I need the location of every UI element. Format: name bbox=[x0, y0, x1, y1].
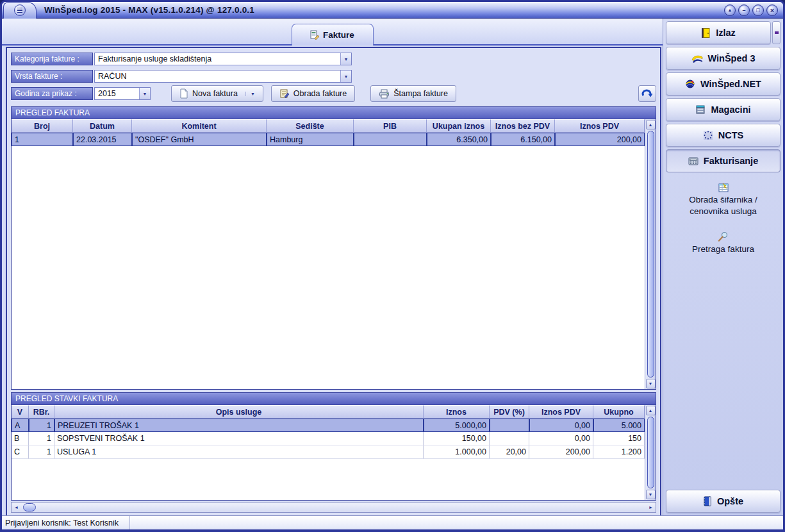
nova-faktura-label: Nova faktura bbox=[192, 89, 238, 98]
item-row[interactable]: A 1 PREUZETI TROŠAK 1 5.000,00 0,00 5.00… bbox=[12, 419, 645, 432]
stampa-fakture-button[interactable]: Štampa fakture bbox=[370, 85, 456, 102]
col-header[interactable]: Iznos PDV bbox=[529, 405, 593, 419]
scroll-up-icon[interactable]: ▲ bbox=[646, 406, 656, 415]
table-cell: 0,00 bbox=[529, 419, 593, 432]
godina-value: 2015 bbox=[95, 89, 139, 98]
sidebar-item-winsped3[interactable]: WinŠped 3 bbox=[666, 47, 781, 70]
sidebar-item-label: NCTS bbox=[718, 130, 743, 140]
scrollbar-thumb[interactable] bbox=[647, 417, 654, 488]
sidebar-link-obrada-sifarnika[interactable]: Obrada šifarnika / cenovnika usluga bbox=[666, 183, 781, 217]
rollup-button[interactable]: ▲ bbox=[724, 4, 736, 16]
godina-select[interactable]: 2015 ▼ bbox=[94, 87, 151, 100]
table-cell: 1.000,00 bbox=[424, 445, 490, 459]
invoice-doc-icon bbox=[310, 30, 320, 40]
scroll-right-icon[interactable]: ► bbox=[646, 503, 656, 512]
calculator-icon bbox=[688, 157, 698, 165]
scroll-down-icon[interactable]: ▼ bbox=[646, 490, 656, 499]
items-section-header: PREGLED STAVKI FAKTURA bbox=[11, 392, 656, 404]
sidebar-item-label: WinŠped.NET bbox=[700, 79, 761, 89]
table-cell: 6.150,00 bbox=[491, 133, 555, 146]
nova-faktura-button[interactable]: Nova faktura ▼ bbox=[171, 85, 263, 102]
item-row[interactable]: C 1 USLUGA 1 1.000,00 20,00 200,00 1.200 bbox=[12, 445, 645, 459]
exit-door-icon bbox=[701, 28, 711, 38]
chevron-down-icon[interactable]: ▼ bbox=[340, 53, 351, 65]
sidebar-collapse-button[interactable] bbox=[772, 21, 781, 44]
scroll-left-icon[interactable]: ◄ bbox=[12, 503, 21, 512]
invoices-header-row: Broj Datum Komitent Sedište PIB Ukupan i… bbox=[12, 119, 645, 133]
eu-stars-icon bbox=[703, 130, 713, 140]
col-header[interactable]: Iznos PDV bbox=[555, 119, 645, 133]
title-bar: WinŠped.log 2015 - MAX (v15.1.0.214) @ 1… bbox=[2, 2, 783, 19]
items-header-row: V RBr. Opis usluge Iznos PDV (%) Iznos P… bbox=[12, 405, 645, 419]
maximize-button[interactable]: □ bbox=[752, 4, 764, 16]
horizontal-scrollbar[interactable]: ◄ ► bbox=[11, 502, 656, 513]
system-menu-tab bbox=[3, 2, 37, 19]
sidebar-item-izlaz[interactable]: Izlaz bbox=[666, 21, 771, 44]
obrada-fakture-button[interactable]: Obrada fakture bbox=[271, 85, 355, 102]
scroll-up-icon[interactable]: ▲ bbox=[646, 120, 656, 129]
table-cell: C bbox=[12, 445, 29, 459]
table-cell: 150 bbox=[593, 432, 645, 445]
table-cell: 1 bbox=[12, 133, 73, 146]
minimize-button[interactable]: – bbox=[738, 4, 750, 16]
window-controls: ▲ – □ × bbox=[724, 4, 778, 16]
items-vertical-scrollbar[interactable]: ▲ ▼ bbox=[645, 405, 656, 500]
winsped3-logo-icon bbox=[691, 54, 703, 63]
sidebar-item-label: Fakturisanje bbox=[704, 156, 758, 166]
close-button[interactable]: × bbox=[766, 4, 778, 16]
chevron-down-icon[interactable]: ▼ bbox=[340, 71, 351, 82]
col-header[interactable]: Broj bbox=[12, 119, 73, 133]
sidebar-item-magacini[interactable]: Magacini bbox=[666, 98, 781, 121]
scrollbar-thumb[interactable] bbox=[23, 503, 36, 511]
col-header[interactable]: Opis usluge bbox=[54, 405, 424, 419]
col-header[interactable]: Ukupan iznos bbox=[427, 119, 491, 133]
col-header[interactable]: Datum bbox=[73, 119, 132, 133]
col-header[interactable]: Sedište bbox=[267, 119, 354, 133]
content-panel: Kategorija fakture : Fakturisanje usluge… bbox=[6, 47, 661, 517]
refresh-icon bbox=[641, 88, 653, 99]
col-header[interactable]: PDV (%) bbox=[490, 405, 529, 419]
status-bar: Prijavljeni korisnik: Test Korisnik bbox=[2, 515, 783, 529]
scroll-down-icon[interactable]: ▼ bbox=[646, 379, 656, 388]
invoices-vertical-scrollbar[interactable]: ▲ ▼ bbox=[645, 119, 656, 389]
godina-za-prikaz-label: Godina za prikaz : bbox=[11, 87, 93, 100]
scrollbar-thumb[interactable] bbox=[647, 131, 654, 378]
sidebar-link-label: Pretraga faktura bbox=[692, 244, 754, 254]
refresh-button[interactable] bbox=[638, 85, 656, 102]
vrsta-fakture-value: RAČUN bbox=[95, 72, 340, 81]
sidebar-item-ncts[interactable]: NCTS bbox=[666, 124, 781, 147]
chevron-down-icon[interactable]: ▼ bbox=[139, 88, 150, 99]
sidebar-link-label: Obrada šifarnika / cenovnika usluga bbox=[689, 195, 757, 216]
vrsta-fakture-select[interactable]: RAČUN ▼ bbox=[94, 70, 352, 83]
items-grid: V RBr. Opis usluge Iznos PDV (%) Iznos P… bbox=[11, 404, 656, 501]
item-row[interactable]: B 1 SOPSTVENI TROŠAK 1 150,00 0,00 150 bbox=[12, 432, 645, 445]
col-header[interactable]: Komitent bbox=[132, 119, 267, 133]
col-header[interactable]: Iznos bez PDV bbox=[491, 119, 555, 133]
col-header[interactable]: Iznos bbox=[424, 405, 490, 419]
table-cell: SOPSTVENI TROŠAK 1 bbox=[54, 432, 424, 445]
tab-fakture[interactable]: Fakture bbox=[292, 24, 374, 46]
tab-label: Fakture bbox=[323, 30, 354, 40]
invoice-row[interactable]: 1 22.03.2015 "OSDEF" GmbH Hamburg 6.350,… bbox=[12, 133, 645, 146]
logged-in-user: Prijavljeni korisnik: Test Korisnik bbox=[2, 516, 130, 529]
table-cell: 1 bbox=[29, 419, 54, 432]
col-header[interactable]: V bbox=[12, 405, 29, 419]
sidebar-item-fakturisanje[interactable]: Fakturisanje bbox=[666, 149, 781, 172]
col-header[interactable]: PIB bbox=[354, 119, 427, 133]
table-cell bbox=[354, 133, 427, 146]
chevron-down-icon[interactable]: ▼ bbox=[245, 92, 255, 96]
table-cell: 20,00 bbox=[490, 445, 529, 459]
sidebar: Izlaz WinŠped 3 bbox=[663, 19, 783, 515]
col-header[interactable]: Ukupno bbox=[593, 405, 645, 419]
sidebar-item-opste[interactable]: Opšte bbox=[666, 490, 781, 513]
invoices-section-header: PREGLED FAKTURA bbox=[11, 106, 656, 119]
sidebar-item-winspednet[interactable]: WinŠped.NET bbox=[666, 72, 781, 96]
kategorija-fakture-select[interactable]: Fakturisanje usluge skladištenja ▼ bbox=[94, 53, 352, 65]
edit-document-icon bbox=[279, 88, 290, 99]
kategorija-fakture-value: Fakturisanje usluge skladištenja bbox=[95, 54, 340, 63]
system-menu-icon[interactable] bbox=[14, 4, 26, 16]
table-cell bbox=[490, 432, 529, 445]
warehouse-icon bbox=[695, 104, 706, 115]
sidebar-link-pretraga-faktura[interactable]: Pretraga faktura bbox=[666, 231, 781, 255]
col-header[interactable]: RBr. bbox=[29, 405, 54, 419]
